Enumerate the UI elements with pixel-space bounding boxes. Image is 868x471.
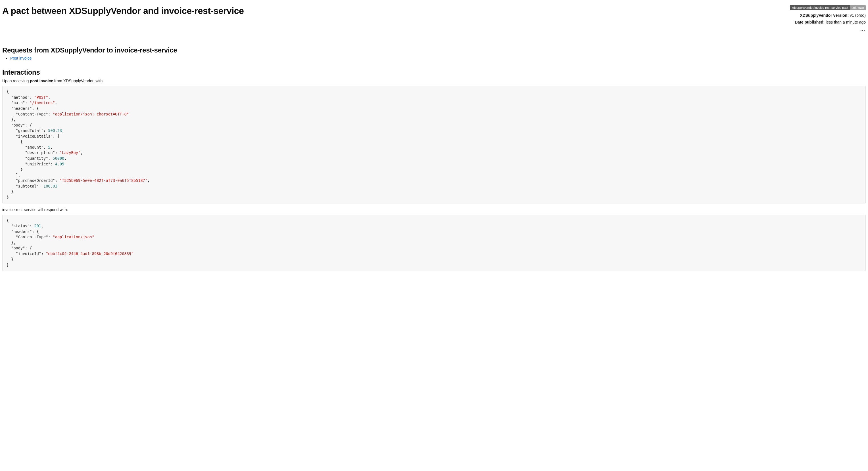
request-link-post-invoice[interactable]: Post invoice (10, 56, 32, 61)
version-line: XDSupplyVendor version: v1 (prod) (790, 13, 866, 18)
request-json-block: { "method": "POST", "path": "/invoices",… (2, 86, 866, 203)
upon-suffix: from XDSupplyVendor, with (53, 78, 102, 83)
list-item: Post invoice (10, 56, 866, 61)
version-value: v1 (prod) (850, 13, 866, 18)
published-label: Date published: (795, 20, 825, 24)
badge-right: unknown (850, 5, 866, 10)
upon-bold: post invoice (30, 78, 53, 83)
more-menu-icon[interactable]: … (790, 27, 866, 33)
badge-left: xdsupplyvendor/invoice-rest-service pact (790, 5, 850, 10)
request-list: Post invoice (2, 56, 866, 61)
version-label: XDSupplyVendor version: (800, 13, 849, 18)
requests-heading: Requests from XDSupplyVendor to invoice-… (2, 46, 866, 54)
published-value: less than a minute ago (826, 20, 866, 24)
published-line: Date published: less than a minute ago (790, 20, 866, 24)
interaction-upon: Upon receiving post invoice from XDSuppl… (2, 78, 866, 83)
page-title: A pact between XDSupplyVendor and invoic… (2, 6, 244, 16)
interactions-heading: Interactions (2, 68, 866, 76)
response-json-block: { "status": 201, "headers": { "Content-T… (2, 215, 866, 271)
respond-text: invoice-rest-service will respond with: (2, 207, 866, 212)
meta-column: xdsupplyvendor/invoice-rest-service pact… (790, 2, 866, 33)
upon-prefix: Upon receiving (2, 78, 30, 83)
status-badge: xdsupplyvendor/invoice-rest-service pact… (790, 5, 866, 10)
